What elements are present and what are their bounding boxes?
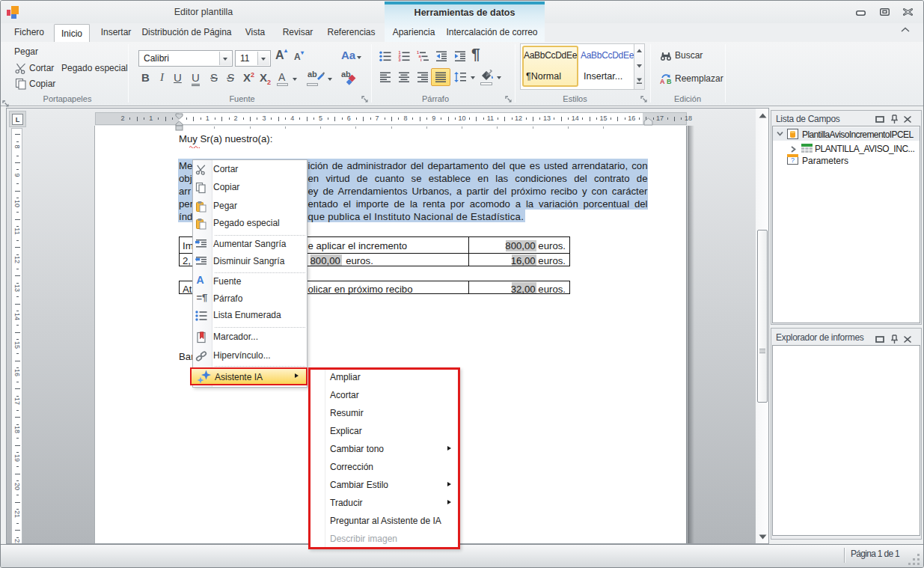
svg-text:B: B <box>667 78 672 85</box>
svg-text:A: A <box>660 78 665 85</box>
svg-text:3: 3 <box>399 58 401 62</box>
svg-text:i: i <box>420 58 422 62</box>
